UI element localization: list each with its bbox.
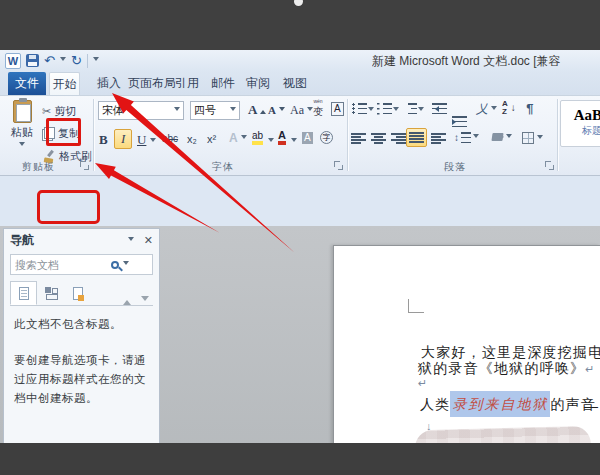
style-preview: AaBb bbox=[561, 107, 600, 124]
nav-tab-headings[interactable] bbox=[10, 281, 37, 305]
superscript-button[interactable]: x² bbox=[207, 133, 216, 145]
text-effects-dropdown-icon[interactable] bbox=[241, 135, 247, 142]
change-case-button[interactable]: Aa bbox=[290, 103, 313, 118]
bullets-dropdown-icon[interactable] bbox=[368, 107, 374, 114]
paragraph-text: 大家好，这里是深度挖掘电台， bbox=[421, 344, 600, 360]
customize-qat-icon[interactable] bbox=[93, 57, 99, 64]
document-page[interactable]: 大家好，这里是深度挖掘电台， 狱的录音《地狱的呼唤》↵ ↵ 人类录到来自地狱的声… bbox=[333, 245, 600, 475]
character-shading-button[interactable]: A bbox=[302, 132, 313, 144]
decrease-indent-icon[interactable] bbox=[432, 102, 447, 115]
shrink-font-letter: A bbox=[268, 104, 276, 116]
sort-arrow: ↓ bbox=[511, 103, 516, 113]
previous-heading-icon[interactable] bbox=[123, 296, 131, 305]
phonetic-guide-button[interactable]: wén 变 bbox=[313, 99, 323, 117]
justify-icon-active[interactable] bbox=[406, 128, 427, 147]
borders-grid-icon bbox=[522, 132, 534, 144]
font-name-value: 宋体 bbox=[102, 103, 124, 118]
video-bottom-bar bbox=[0, 443, 600, 475]
tab-file[interactable]: 文件 bbox=[8, 72, 46, 95]
strikethrough-button[interactable]: abc bbox=[162, 133, 178, 144]
search-input[interactable] bbox=[15, 259, 107, 271]
sort-icon[interactable]: A Z ↓ bbox=[502, 100, 516, 116]
subscript-letters: x₂ bbox=[187, 133, 197, 145]
underline-dropdown-icon[interactable] bbox=[150, 138, 156, 145]
tab-mailings[interactable]: 邮件 bbox=[207, 72, 239, 95]
font-name-dropdown-icon[interactable] bbox=[174, 107, 180, 114]
search-dropdown-icon[interactable] bbox=[123, 261, 129, 268]
borders-icon[interactable] bbox=[522, 132, 543, 144]
superscript-letters: x² bbox=[207, 133, 216, 145]
subscript-button[interactable]: x₂ bbox=[187, 133, 197, 145]
line-spacing-dropdown-icon[interactable] bbox=[473, 134, 479, 141]
selected-text[interactable]: 录到来自地狱 bbox=[450, 391, 550, 417]
multilevel-list-icon[interactable] bbox=[402, 102, 417, 115]
shading-icon[interactable] bbox=[492, 133, 512, 141]
shrink-font-button[interactable]: A bbox=[268, 104, 285, 116]
borders-dropdown-icon[interactable] bbox=[537, 135, 543, 142]
grow-font-button[interactable]: A bbox=[248, 102, 266, 118]
tab-insert[interactable]: 插入 bbox=[93, 72, 125, 95]
word-logo-icon[interactable]: W bbox=[5, 53, 21, 69]
line-spacing-icon[interactable]: ↕ bbox=[454, 131, 479, 144]
font-name-combo[interactable]: 宋体 bbox=[98, 101, 184, 120]
tab-review[interactable]: 审阅 bbox=[242, 72, 274, 95]
font-color-dropdown-icon[interactable] bbox=[291, 138, 297, 145]
tab-page-layout[interactable]: 页面布局 bbox=[127, 72, 177, 95]
nav-tab-pages[interactable] bbox=[37, 281, 64, 305]
qat-separator bbox=[87, 54, 88, 68]
bold-button[interactable]: B bbox=[99, 132, 108, 148]
enclose-characters-button[interactable]: 字 bbox=[320, 131, 333, 144]
show-marks-icon[interactable]: ¶ bbox=[526, 101, 533, 116]
highlight-dropdown-icon[interactable] bbox=[268, 138, 274, 145]
tab-references[interactable]: 引用 bbox=[171, 72, 203, 95]
text-effects-button[interactable]: A bbox=[229, 131, 247, 145]
font-color-letter: A bbox=[278, 130, 286, 141]
next-heading-icon[interactable] bbox=[141, 296, 149, 305]
navigation-menu-dropdown-icon[interactable] bbox=[128, 237, 134, 244]
undo-icon[interactable]: ↶ bbox=[44, 54, 55, 67]
document-line[interactable]: 狱的录音《地狱的呼唤》↵ bbox=[418, 360, 594, 378]
paste-label: 粘贴 bbox=[11, 125, 33, 140]
redo-icon[interactable]: ↻ bbox=[71, 54, 82, 67]
font-group-label: 字体 bbox=[212, 160, 234, 174]
pinyin-character: 变 bbox=[313, 107, 323, 117]
navigation-header: 导航 ✕ bbox=[4, 229, 159, 251]
italic-button-active[interactable]: I bbox=[114, 129, 132, 149]
multilevel-dropdown-icon[interactable] bbox=[418, 107, 424, 114]
paragraph-dialog-launcher-icon[interactable] bbox=[545, 161, 554, 170]
align-right-icon[interactable] bbox=[391, 132, 406, 145]
search-box[interactable] bbox=[10, 254, 153, 275]
clipboard-dialog-launcher-icon[interactable] bbox=[80, 161, 89, 170]
navigation-tabs bbox=[10, 281, 153, 306]
asian-layout-dropdown-icon[interactable] bbox=[491, 106, 497, 113]
asian-layout-icon[interactable]: 乂 bbox=[476, 101, 497, 118]
align-center-icon[interactable] bbox=[371, 132, 386, 145]
bullets-icon[interactable] bbox=[352, 102, 367, 115]
save-icon[interactable] bbox=[26, 54, 39, 67]
paste-dropdown-icon[interactable] bbox=[19, 142, 25, 149]
nav-tab-results[interactable] bbox=[64, 281, 91, 305]
font-size-combo[interactable]: 四号 bbox=[190, 101, 240, 120]
font-color-button[interactable]: A bbox=[278, 130, 286, 145]
style-gallery-item[interactable]: AaBb 标题 bbox=[560, 100, 600, 147]
paste-button[interactable]: 粘贴 bbox=[6, 100, 38, 160]
close-icon[interactable]: ✕ bbox=[144, 234, 153, 247]
font-dialog-launcher-icon[interactable] bbox=[334, 161, 343, 170]
highlight-color-button[interactable]: ab bbox=[252, 131, 263, 145]
char-border-letter: A bbox=[334, 103, 341, 115]
increase-indent-icon[interactable] bbox=[452, 115, 467, 128]
distribute-icon[interactable] bbox=[431, 132, 446, 145]
character-border-button[interactable]: A bbox=[331, 102, 344, 116]
char-shading-letter: A bbox=[304, 132, 311, 144]
cut-button[interactable]: ✂ 剪切 bbox=[42, 104, 76, 119]
tab-home-active[interactable]: 开始 bbox=[49, 72, 80, 95]
undo-dropdown-icon[interactable] bbox=[60, 57, 66, 64]
align-left-icon[interactable] bbox=[351, 132, 366, 145]
search-icon[interactable] bbox=[111, 261, 119, 269]
underline-button[interactable]: U bbox=[137, 132, 146, 148]
document-line-with-selection[interactable]: 人类录到来自地狱的声音， bbox=[420, 396, 600, 414]
font-size-dropdown-icon[interactable] bbox=[230, 107, 236, 114]
numbering-dropdown-icon[interactable] bbox=[393, 107, 399, 114]
numbering-icon[interactable] bbox=[377, 102, 392, 115]
tab-view[interactable]: 视图 bbox=[279, 72, 311, 95]
